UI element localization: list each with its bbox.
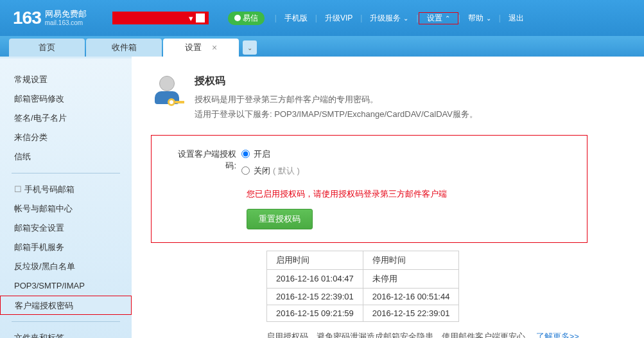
foot-note: 启用授权码，避免密码泄漏造成邮箱安全隐患，使用邮件客户端更安心。 了解更多>> [266, 331, 631, 338]
link-help[interactable]: 帮助⌄ [460, 13, 499, 24]
sidebar-item-account-center[interactable]: 帐号与邮箱中心 [0, 199, 132, 218]
col-disable: 停用时间 [363, 251, 459, 269]
tab-settings[interactable]: 设置 × [163, 39, 239, 57]
sidebar-item-folder-label[interactable]: 文件夹和标签 [0, 328, 132, 338]
chevron-down-icon: ⌄ [486, 15, 491, 22]
page-desc-1: 授权码是用于登录第三方邮件客户端的专用密码。 [195, 92, 478, 107]
panel-label: 设置客户端授权码: [171, 148, 241, 172]
tab-inbox[interactable]: 收件箱 [86, 39, 162, 57]
radio-off[interactable] [241, 166, 250, 175]
col-enable: 启用时间 [267, 251, 363, 269]
auth-avatar-icon [151, 75, 183, 107]
sidebar-item-general[interactable]: 常规设置 [0, 70, 132, 89]
sidebar-item-phone-service[interactable]: 邮箱手机服务 [0, 238, 132, 257]
link-mobile[interactable]: 手机版 [277, 13, 315, 24]
chevron-up-icon: ⌃ [445, 15, 450, 22]
sidebar-item-antispam[interactable]: 反垃圾/黑白名单 [0, 257, 132, 276]
link-settings[interactable]: 设置⌃ [419, 12, 458, 24]
sidebar-item-paper[interactable]: 信纸 [0, 147, 132, 166]
sidebar-item-client-auth[interactable]: 客户端授权密码 [0, 296, 132, 315]
radio-on-row[interactable]: 开启 [241, 148, 568, 160]
sidebar-divider [12, 173, 120, 173]
auth-panel: 设置客户端授权码: 开启 关闭 ( 默认 ) 您已启用授权码，请使用授权码登录第… [151, 135, 587, 243]
top-header: 163 网易免费邮 mail.163.com ▾ 易信 | 手机版 | 升级VI… [0, 0, 644, 36]
sidebar-item-phone-mail[interactable]: 手机号码邮箱 [0, 180, 132, 199]
close-icon[interactable]: × [212, 42, 217, 53]
yixin-button[interactable]: 易信 [228, 12, 265, 25]
account-square-icon [196, 13, 205, 22]
page-title: 授权码 [195, 75, 478, 88]
warn-text: 您已启用授权码，请使用授权码登录第三方邮件客户端 [171, 188, 568, 200]
page-desc-2: 适用于登录以下服务: POP3/IMAP/SMTP/Exchange/CardD… [195, 107, 478, 121]
sidebar: 常规设置 邮箱密码修改 签名/电子名片 来信分类 信纸 手机号码邮箱 帐号与邮箱… [0, 57, 132, 338]
sidebar-item-security[interactable]: 邮箱安全设置 [0, 218, 132, 238]
link-exit[interactable]: 退出 [501, 13, 532, 24]
sidebar-item-classify[interactable]: 来信分类 [0, 128, 132, 147]
chevron-down-icon: ⌄ [403, 15, 408, 22]
tab-more-button[interactable]: ⌄ [243, 40, 257, 55]
main-content: 授权码 授权码是用于登录第三方邮件客户端的专用密码。 适用于登录以下服务: PO… [132, 57, 644, 338]
radio-off-row[interactable]: 关闭 ( 默认 ) [241, 165, 568, 177]
sidebar-item-password[interactable]: 邮箱密码修改 [0, 89, 132, 109]
link-vip[interactable]: 升级VIP [317, 13, 360, 24]
tab-row: 首页 收件箱 设置 × ⌄ [0, 36, 644, 57]
sidebar-item-signature[interactable]: 签名/电子名片 [0, 109, 132, 128]
reset-auth-button[interactable]: 重置授权码 [247, 209, 313, 229]
auth-history-table: 启用时间 停用时间 2016-12-16 01:04:47 未停用 2016-1… [266, 251, 459, 322]
sidebar-divider [12, 321, 120, 322]
learn-more-link[interactable]: 了解更多>> [536, 332, 579, 338]
table-row: 2016-12-16 01:04:47 未停用 [267, 269, 459, 288]
link-service[interactable]: 升级服务⌄ [362, 13, 416, 24]
table-row: 2016-12-15 09:21:59 2016-12-15 22:39:01 [267, 305, 459, 321]
top-links: | 手机版 | 升级VIP | 升级服务⌄ | 设置⌃ | 帮助⌄ | 退出 [275, 12, 532, 24]
table-row: 2016-12-15 22:39:01 2016-12-16 00:51:44 [267, 288, 459, 305]
radio-on[interactable] [241, 150, 250, 158]
logo-subtitle: 网易免费邮 mail.163.com [45, 10, 87, 26]
tab-home[interactable]: 首页 [9, 39, 85, 57]
account-bar[interactable]: ▾ [112, 12, 209, 24]
logo-163: 163 [13, 8, 41, 28]
sidebar-item-pop3[interactable]: POP3/SMTP/IMAP [0, 276, 132, 296]
